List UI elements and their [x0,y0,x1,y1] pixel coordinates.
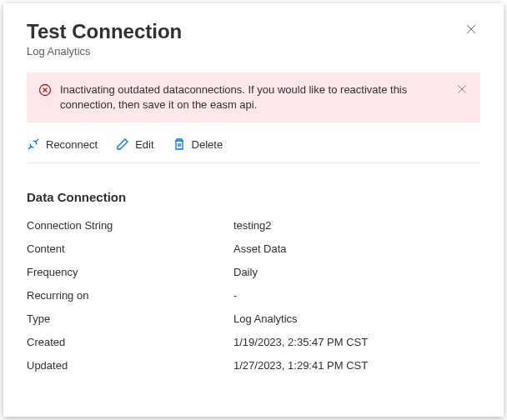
delete-button[interactable]: Delete [173,138,223,151]
fields-container: Connection Stringtesting2ContentAsset Da… [27,219,480,372]
field-label: Connection String [27,219,233,232]
close-button[interactable] [462,20,480,42]
edit-button[interactable]: Edit [116,138,153,151]
close-icon [457,82,467,97]
connection-panel: Test Connection Log Analytics Inactivati… [3,3,504,417]
alert-message: Inactivating outdated dataconnections. I… [60,82,447,112]
field-row: Recurring on- [27,289,480,302]
reconnect-button[interactable]: Reconnect [27,138,98,151]
field-label: Updated [27,359,233,372]
field-label: Frequency [27,266,233,278]
delete-label: Delete [192,138,223,151]
delete-icon [173,138,186,151]
error-icon [38,83,52,97]
field-label: Type [27,312,233,325]
reconnect-label: Reconnect [46,138,98,151]
field-row: FrequencyDaily [27,266,480,278]
field-label: Created [27,336,233,348]
field-row: Connection Stringtesting2 [27,219,480,232]
field-label: Recurring on [27,289,233,302]
edit-icon [116,138,129,151]
field-value: - [233,289,237,302]
panel-header: Test Connection Log Analytics [27,20,480,58]
field-value: Asset Data [233,242,287,255]
close-icon [465,23,477,38]
reconnect-icon [27,138,40,151]
field-row: Created1/19/2023, 2:35:47 PM CST [27,336,480,348]
field-row: Updated1/27/2023, 1:29:41 PM CST [27,359,480,372]
field-row: ContentAsset Data [27,242,480,255]
alert-dismiss-button[interactable] [455,82,469,98]
field-value: Log Analytics [233,312,298,325]
panel-subtitle: Log Analytics [27,45,462,58]
header-text: Test Connection Log Analytics [27,20,462,58]
section-title: Data Connection [27,190,480,204]
error-alert: Inactivating outdated dataconnections. I… [27,72,480,122]
field-row: TypeLog Analytics [27,312,480,325]
panel-title: Test Connection [27,20,462,43]
field-label: Content [27,242,233,255]
field-value: testing2 [233,219,272,232]
field-value: 1/27/2023, 1:29:41 PM CST [233,359,368,372]
field-value: 1/19/2023, 2:35:47 PM CST [233,336,368,348]
edit-label: Edit [135,138,153,151]
toolbar: Reconnect Edit Delete [27,138,480,163]
field-value: Daily [233,266,258,278]
